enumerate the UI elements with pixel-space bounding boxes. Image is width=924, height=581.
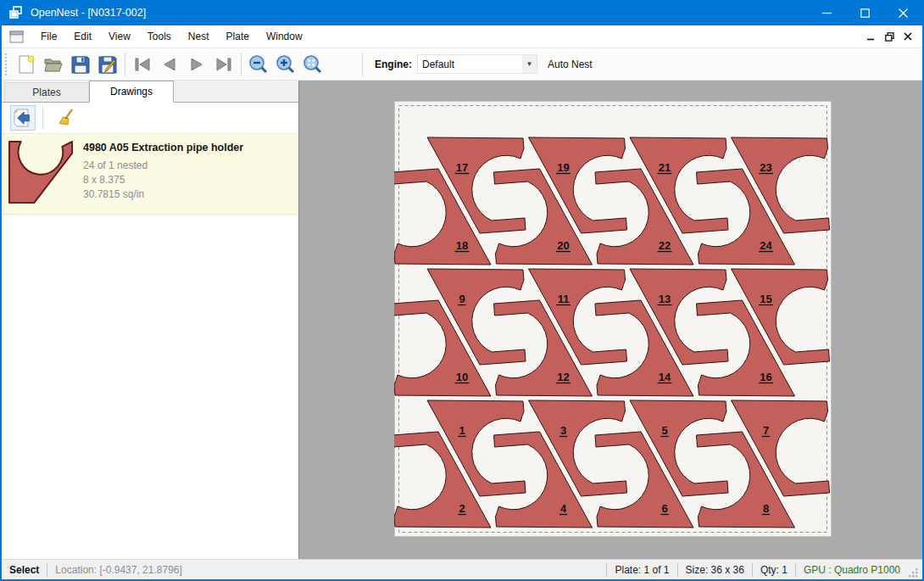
first-plate-icon: [132, 54, 153, 75]
last-plate-icon: [214, 54, 234, 75]
part-number-12: 12: [557, 371, 569, 383]
mdi-minimize-icon[interactable]: [861, 28, 880, 45]
mdi-window-buttons: [861, 28, 917, 45]
engine-label: Engine:: [375, 59, 412, 70]
toolbar-separator: [241, 53, 242, 76]
tab-strip: Plates Drawings: [2, 81, 298, 103]
import-drawing-icon: [13, 108, 33, 128]
close-button[interactable]: [884, 0, 922, 25]
part-number-5: 5: [661, 424, 667, 437]
part-number-15: 15: [760, 293, 771, 305]
import-drawing-button[interactable]: [10, 105, 36, 131]
part-number-13: 13: [659, 293, 671, 305]
part-number-24: 24: [760, 239, 772, 252]
app-icon: [8, 6, 24, 20]
maximize-button[interactable]: [846, 0, 884, 25]
zoom-out-button[interactable]: [245, 51, 272, 78]
open-file-button[interactable]: [40, 51, 67, 78]
menu-nest[interactable]: Nest: [180, 25, 218, 48]
previous-plate-button[interactable]: [156, 51, 183, 78]
menu-file[interactable]: File: [32, 25, 65, 48]
status-plate: Plate: 1 of 1: [615, 564, 669, 576]
part-number-4: 4: [560, 502, 567, 515]
status-qty: Qty: 1: [760, 564, 788, 576]
part-number-10: 10: [456, 371, 468, 383]
save-button[interactable]: [67, 51, 94, 78]
minimize-button[interactable]: [808, 0, 846, 25]
first-plate-button[interactable]: [129, 51, 156, 78]
part-number-11: 11: [558, 293, 570, 305]
part-number-14: 14: [659, 371, 671, 383]
toolbar-grip[interactable]: [4, 53, 8, 75]
status-size: Size: 36 x 36: [686, 564, 744, 576]
status-separator: [606, 563, 607, 577]
zoom-in-icon: [275, 53, 297, 75]
zoom-fit-icon: [302, 53, 324, 75]
menu-edit[interactable]: Edit: [65, 25, 100, 48]
engine-combobox[interactable]: Default ▼: [417, 54, 537, 74]
drawing-item-texts: 4980 A05 Extraction pipe holder 24 of 1 …: [83, 140, 298, 206]
status-location: Location: [-0.9437, 21.8796]: [55, 564, 181, 576]
title-bar: OpenNest - [N0317-002]: [2, 0, 922, 25]
status-separator: [752, 563, 753, 577]
menu-window[interactable]: Window: [258, 25, 311, 48]
tab-drawings[interactable]: Drawings: [89, 81, 174, 103]
panel-separator: [42, 107, 43, 129]
next-plate-button[interactable]: [183, 51, 210, 78]
part-number-1: 1: [459, 424, 465, 437]
toolbar-separator: [125, 53, 125, 76]
part-number-23: 23: [760, 161, 771, 174]
part-number-19: 19: [557, 161, 569, 174]
main-toolbar: Engine: Default ▼ Auto Nest: [2, 48, 922, 81]
menu-view[interactable]: View: [100, 25, 139, 48]
auto-nest-label[interactable]: Auto Nest: [548, 59, 593, 70]
opennest-window: { "window": { "title": "OpenNest - [N031…: [0, 0, 924, 581]
part-number-16: 16: [760, 371, 771, 383]
left-panel: Plates Drawings: [2, 81, 299, 559]
status-bar: Select Location: [-0.9437, 21.8796] Plat…: [2, 559, 922, 579]
toolbar-separator: [362, 53, 363, 76]
part-number-21: 21: [659, 161, 671, 174]
new-file-button[interactable]: [13, 51, 40, 78]
engine-combobox-value: Default: [418, 59, 522, 70]
drawing-list-item[interactable]: 4980 A05 Extraction pipe holder 24 of 1 …: [2, 133, 298, 215]
nest-canvas[interactable]: 171819202122232491011121314151612345678: [299, 81, 922, 559]
menu-plate[interactable]: Plate: [218, 25, 258, 48]
chevron-down-icon[interactable]: ▼: [522, 55, 537, 73]
save-icon: [70, 54, 91, 75]
save-as-button[interactable]: [94, 51, 121, 78]
status-separator: [47, 563, 47, 577]
drawing-area: 30.7815 sq/in: [83, 187, 298, 202]
menu-tools[interactable]: Tools: [139, 25, 180, 48]
part-number-6: 6: [661, 502, 667, 515]
tab-plates[interactable]: Plates: [4, 82, 89, 102]
part-number-3: 3: [560, 424, 566, 437]
plate[interactable]: 171819202122232491011121314151612345678: [394, 101, 832, 537]
clear-button[interactable]: [53, 105, 79, 131]
drawings-toolbar: [2, 103, 298, 133]
status-right-group: Plate: 1 of 1 Size: 36 x 36 Qty: 1 GPU :…: [598, 561, 922, 578]
clear-icon: [56, 108, 76, 128]
part-number-20: 20: [557, 239, 569, 252]
part-number-8: 8: [763, 502, 769, 515]
previous-plate-icon: [159, 54, 180, 75]
part-number-18: 18: [456, 239, 468, 252]
status-separator: [795, 563, 796, 577]
menu-bar: FileEditViewToolsNestPlateWindow: [2, 25, 922, 48]
zoom-in-button[interactable]: [272, 51, 299, 78]
new-file-icon: [16, 54, 36, 75]
mdi-restore-icon[interactable]: [880, 28, 899, 45]
last-plate-button[interactable]: [210, 51, 237, 78]
mdi-document-icon[interactable]: [9, 31, 24, 43]
mdi-close-icon[interactable]: [899, 28, 917, 45]
zoom-fit-button[interactable]: [299, 51, 326, 78]
zoom-out-icon: [248, 53, 270, 75]
status-gpu: GPU : Quadro P1000: [804, 564, 900, 576]
drawing-title: 4980 A05 Extraction pipe holder: [83, 142, 298, 154]
drawing-size: 8 x 8.375: [83, 173, 298, 187]
part-number-9: 9: [459, 293, 465, 305]
part-number-7: 7: [763, 424, 769, 437]
resize-grip[interactable]: [907, 567, 919, 578]
drawing-nested-count: 24 of 1 nested: [83, 159, 298, 173]
part-number-2: 2: [459, 502, 465, 515]
